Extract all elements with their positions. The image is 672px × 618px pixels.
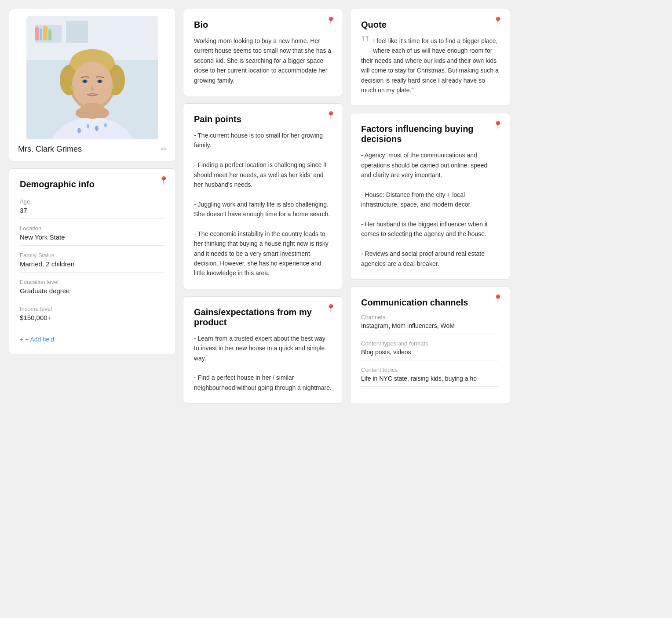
factors-title: Factors influencing buying decisions: [361, 124, 499, 144]
content-topics-value: Life in NYC state, raising kids, buying …: [361, 375, 499, 387]
family-status-field: Family Status Married, 2 children: [20, 252, 165, 273]
pain-points-title: Pain points: [194, 114, 332, 124]
education-label: Education level: [20, 279, 165, 285]
svg-point-11: [95, 126, 99, 131]
family-status-value: Married, 2 children: [20, 260, 165, 273]
income-label: Income level: [20, 305, 165, 312]
pain-item-1: - The current house is too small for her…: [194, 131, 332, 150]
age-value: 37: [20, 207, 165, 219]
demographic-title: Demographic info: [20, 179, 165, 189]
factor-item-3: - Her husband is the biggest influencer …: [361, 219, 499, 239]
quote-card: 📍 Quote " I feel like it's time for us t…: [350, 9, 510, 106]
main-grid: Mrs. Clark Grimes ✏ 📍 Demographic info A…: [9, 9, 510, 404]
pain-points-body: - The current house is too small for her…: [194, 131, 332, 278]
svg-point-9: [77, 128, 81, 133]
gains-body: - Learn from a trusted expert about the …: [194, 334, 332, 393]
content-topics-label: Content topics: [361, 367, 499, 373]
svg-point-26: [93, 108, 109, 118]
profile-photo: [26, 16, 158, 139]
pin-icon-bio[interactable]: 📍: [326, 16, 336, 26]
svg-point-25: [76, 108, 91, 118]
add-icon: +: [20, 336, 23, 343]
pain-item-2: - Finding a perfect location is challeng…: [194, 160, 332, 189]
svg-rect-6: [43, 26, 47, 40]
quote-title: Quote: [361, 20, 499, 30]
factor-item-1: - Agency: most of the communications and…: [361, 150, 499, 180]
education-field: Education level Graduate degree: [20, 279, 165, 299]
svg-point-22: [84, 80, 86, 83]
add-field-label: + Add field: [25, 336, 54, 343]
location-value: New York State: [20, 233, 165, 246]
pin-icon-quote[interactable]: 📍: [493, 16, 503, 26]
channels-card: 📍 Communication channels Channels Instag…: [350, 287, 510, 404]
pain-points-card: 📍 Pain points - The current house is too…: [183, 103, 343, 289]
location-label: Location: [20, 225, 165, 232]
pin-icon-factors[interactable]: 📍: [493, 120, 503, 130]
svg-rect-5: [40, 29, 42, 40]
content-topics-field: Content topics Life in NYC state, raisin…: [361, 367, 499, 387]
bio-title: Bio: [194, 20, 332, 30]
pain-item-4: - The economic instability in the countr…: [194, 229, 332, 278]
content-types-value: Blog posts, videos: [361, 349, 499, 360]
quote-text: I feel like it's time for us to find a b…: [361, 37, 499, 94]
factors-card: 📍 Factors influencing buying decisions -…: [350, 113, 510, 280]
pin-icon-demographic[interactable]: 📍: [159, 176, 168, 185]
factor-item-2: - House: Distance from the city + local …: [361, 190, 499, 210]
bio-text: Working mom looking to buy a new home. H…: [194, 36, 332, 85]
demographic-card: 📍 Demographic info Age 37 Location New Y…: [9, 168, 176, 354]
channels-value: Instagram, Mom influencers, WoM: [361, 322, 499, 334]
channels-label: Channels: [361, 314, 499, 320]
location-field: Location New York State: [20, 225, 165, 246]
factor-item-4: - Reviews and social proof around real e…: [361, 249, 499, 269]
income-field: Income level $150,000+: [20, 305, 165, 326]
pin-icon-gains[interactable]: 📍: [326, 304, 336, 313]
svg-point-12: [104, 123, 107, 127]
col-right: 📍 Quote " I feel like it's time for us t…: [350, 9, 510, 404]
profile-name: Mrs. Clark Grimes: [18, 145, 82, 154]
bio-card: 📍 Bio Working mom looking to buy a new h…: [183, 9, 343, 96]
profile-card: Mrs. Clark Grimes ✏: [9, 9, 176, 161]
edit-icon[interactable]: ✏: [161, 145, 167, 153]
age-label: Age: [20, 198, 165, 205]
pin-icon-channels[interactable]: 📍: [493, 294, 503, 304]
content-types-field: Content types and formats Blog posts, vi…: [361, 340, 499, 360]
add-field-button[interactable]: + + Add field: [20, 336, 54, 343]
svg-point-28: [111, 86, 114, 89]
pin-icon-pain[interactable]: 📍: [326, 111, 336, 120]
gains-item-2: - Find a perfect house in her / similar …: [194, 373, 332, 393]
quote-mark: ": [361, 33, 370, 54]
svg-rect-7: [48, 29, 51, 40]
svg-point-23: [99, 80, 101, 83]
svg-point-10: [87, 124, 89, 128]
factors-body: - Agency: most of the communications and…: [361, 150, 499, 269]
content-types-label: Content types and formats: [361, 340, 499, 347]
svg-rect-4: [35, 27, 39, 40]
education-value: Graduate degree: [20, 287, 165, 299]
gains-item-1: - Learn from a trusted expert about the …: [194, 334, 332, 363]
income-value: $150,000+: [20, 314, 165, 326]
age-field: Age 37: [20, 198, 165, 219]
svg-rect-3: [66, 21, 88, 43]
channels-field: Channels Instagram, Mom influencers, WoM: [361, 314, 499, 334]
svg-point-27: [70, 86, 74, 89]
quote-body: " I feel like it's time for us to find a…: [361, 36, 499, 95]
profile-name-row: Mrs. Clark Grimes ✏: [16, 145, 168, 154]
col-left: Mrs. Clark Grimes ✏ 📍 Demographic info A…: [9, 9, 176, 404]
gains-card: 📍 Gains/expectations from my product - L…: [183, 296, 343, 404]
gains-title: Gains/expectations from my product: [194, 307, 332, 327]
pain-item-3: - Juggling work and family life is also …: [194, 200, 332, 219]
channels-title: Communication channels: [361, 298, 499, 308]
family-status-label: Family Status: [20, 252, 165, 258]
col-middle: 📍 Bio Working mom looking to buy a new h…: [183, 9, 343, 404]
